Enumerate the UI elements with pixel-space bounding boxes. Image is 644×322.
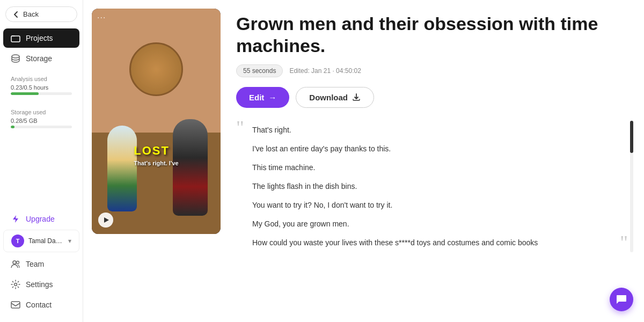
scroll-thumb xyxy=(630,121,633,153)
person-left xyxy=(107,126,137,211)
transcript-line[interactable]: The lights flash in the dish bins. xyxy=(252,177,617,196)
quote-close-icon: " xyxy=(620,233,628,252)
project-title: Grown men and their obsession with time … xyxy=(236,13,628,57)
wall-clock xyxy=(129,42,183,96)
svg-point-5 xyxy=(14,283,17,286)
play-triangle-icon xyxy=(104,217,109,223)
video-more-icon[interactable]: ··· xyxy=(97,13,106,23)
upgrade-label: Upgrade xyxy=(26,215,55,223)
scroll-track[interactable] xyxy=(630,121,633,252)
team-icon xyxy=(11,259,20,269)
transcript-container: " That's right.I've lost an entire day's… xyxy=(236,121,628,252)
quote-open-icon: " xyxy=(236,118,244,137)
sidebar-item-label: Storage xyxy=(26,54,52,63)
avatar: T xyxy=(11,235,24,247)
storage-icon xyxy=(11,54,20,63)
video-panel: LOST That's right. I've ··· xyxy=(83,0,220,322)
download-icon xyxy=(352,93,361,101)
svg-point-1 xyxy=(12,55,19,58)
edited-timestamp: Edited: Jan 21 · 04:50:02 xyxy=(289,67,361,75)
sidebar-item-contact[interactable]: Contact xyxy=(3,295,79,314)
storage-label: Storage used xyxy=(11,109,72,115)
back-arrow-icon xyxy=(12,11,20,18)
transcript-line[interactable]: I've lost an entire day's pay thanks to … xyxy=(252,140,617,158)
storage-value: 0.28/5 GB xyxy=(11,118,72,124)
chat-fab-button[interactable] xyxy=(610,288,633,311)
analysis-section: Analysis used 0.23/0.5 hours xyxy=(3,71,79,100)
download-label: Download xyxy=(309,93,348,102)
chat-icon xyxy=(616,294,627,305)
transcript-line[interactable]: That's right. xyxy=(252,121,617,140)
transcript-line[interactable]: This time machine. xyxy=(252,158,617,177)
subtitle-overlay: LOST That's right. I've xyxy=(134,144,178,166)
contact-icon xyxy=(11,300,20,310)
info-panel: Grown men and their obsession with time … xyxy=(220,0,644,322)
edit-arrow-icon: → xyxy=(268,93,276,102)
sidebar-item-projects[interactable]: Projects xyxy=(3,28,79,48)
user-section[interactable]: T Tamal Das's te... ▾ xyxy=(3,230,79,252)
subtitle-line: That's right. I've xyxy=(134,160,178,166)
transcript-line[interactable]: You want to try it? No, I don't want to … xyxy=(252,196,617,215)
sidebar-item-storage[interactable]: Storage xyxy=(3,49,79,68)
analysis-progress-fill xyxy=(11,92,39,95)
duration-badge: 55 seconds xyxy=(236,64,283,77)
person-right xyxy=(173,119,208,216)
sidebar-item-label: Settings xyxy=(26,280,53,289)
sidebar-item-upgrade[interactable]: Upgrade xyxy=(3,209,79,229)
sidebar-item-team[interactable]: Team xyxy=(3,254,79,274)
analysis-value: 0.23/0.5 hours xyxy=(11,84,72,91)
download-button[interactable]: Download xyxy=(296,87,374,108)
storage-progress-fill xyxy=(11,126,14,128)
sidebar-item-label: Projects xyxy=(26,34,53,42)
edit-label: Edit xyxy=(249,93,264,102)
lightning-icon xyxy=(11,214,20,224)
meta-row: 55 seconds Edited: Jan 21 · 04:50:02 xyxy=(236,64,628,77)
back-button[interactable]: Back xyxy=(5,6,77,22)
sidebar-item-label: Contact xyxy=(26,301,52,309)
action-row: Edit → Download xyxy=(236,87,628,108)
storage-progress-bar xyxy=(11,126,72,128)
subtitle-word: LOST xyxy=(134,144,178,158)
storage-section: Storage used 0.28/5 GB xyxy=(3,105,79,134)
play-button[interactable] xyxy=(98,213,113,228)
svg-point-4 xyxy=(17,261,19,264)
transcript-line[interactable]: My God, you are grown men. xyxy=(252,215,617,233)
sidebar-item-label: Team xyxy=(26,260,44,268)
folder-icon xyxy=(11,33,20,43)
back-label: Back xyxy=(23,10,39,18)
main-content: LOST That's right. I've ··· Grown men an… xyxy=(83,0,644,322)
video-container: LOST That's right. I've ··· xyxy=(92,9,221,234)
svg-point-3 xyxy=(13,261,16,264)
transcript-line[interactable]: How could you waste your lives with thes… xyxy=(252,233,617,252)
gear-icon xyxy=(11,280,20,289)
room-scene: LOST That's right. I've xyxy=(92,9,221,234)
sidebar-item-settings[interactable]: Settings xyxy=(3,275,79,294)
edit-button[interactable]: Edit → xyxy=(236,87,289,108)
svg-marker-2 xyxy=(13,215,18,223)
user-name: Tamal Das's te... xyxy=(28,237,64,245)
transcript-lines: That's right.I've lost an entire day's p… xyxy=(252,121,617,252)
sidebar: Back Projects Storage Analysis used 0.23… xyxy=(0,0,83,322)
analysis-progress-bar xyxy=(11,92,72,95)
svg-rect-0 xyxy=(11,36,20,42)
svg-rect-6 xyxy=(11,302,20,308)
analysis-label: Analysis used xyxy=(11,76,72,82)
chevron-down-icon: ▾ xyxy=(68,237,71,245)
